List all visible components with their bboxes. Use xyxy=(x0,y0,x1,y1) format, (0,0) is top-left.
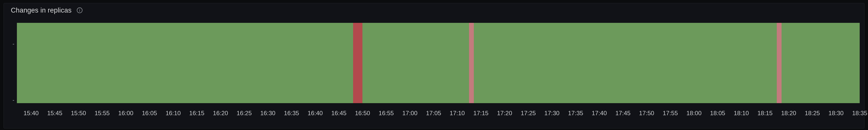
plot-wrap xyxy=(17,23,860,103)
state-segment-bad xyxy=(353,23,363,103)
info-circle-icon[interactable] xyxy=(76,7,83,14)
x-axis-tick: 17:30 xyxy=(545,110,559,117)
state-segment-warn xyxy=(469,23,474,103)
x-axis-tick: 17:55 xyxy=(663,110,678,117)
x-axis-tick: 18:10 xyxy=(734,110,749,117)
state-timeline-plot[interactable] xyxy=(17,23,860,103)
x-axis-tick: 15:55 xyxy=(94,110,110,117)
panel-title: Changes in replicas xyxy=(11,6,71,14)
x-axis-tick: 16:55 xyxy=(378,110,394,117)
x-axis-tick: 16:15 xyxy=(189,110,205,117)
x-axis-tick: 15:45 xyxy=(47,110,62,117)
x-axis-tick: 18:30 xyxy=(829,110,843,117)
x-axis-tick: 16:25 xyxy=(237,110,252,117)
x-axis-tick: 16:00 xyxy=(118,110,133,117)
svg-point-1 xyxy=(80,9,80,9)
x-axis-tick: 18:35 xyxy=(852,110,867,117)
x-axis-tick: 16:30 xyxy=(260,110,276,117)
x-axis-tick: 15:40 xyxy=(24,110,38,117)
x-axis-tick: 17:45 xyxy=(616,110,630,117)
y-axis-tick: - xyxy=(7,97,14,103)
state-segment-ok xyxy=(781,23,860,103)
state-segment-ok xyxy=(17,23,353,103)
state-segment-warn xyxy=(777,23,781,103)
x-axis-tick: 16:20 xyxy=(213,110,228,117)
x-axis-tick: 18:15 xyxy=(757,110,773,117)
x-axis-tick: 16:05 xyxy=(142,110,157,117)
y-axis-tick: - xyxy=(7,41,14,47)
x-axis-tick: 17:15 xyxy=(473,110,489,117)
x-axis-tick: 16:35 xyxy=(284,110,299,117)
x-axis-tick: 17:35 xyxy=(568,110,583,117)
x-axis-tick: 16:45 xyxy=(331,110,346,117)
x-axis-tick: 17:05 xyxy=(426,110,441,117)
x-axis-tick: 18:05 xyxy=(710,110,725,117)
x-axis-tick: 16:50 xyxy=(355,110,370,117)
x-axis-tick: 17:40 xyxy=(592,110,607,117)
panel-body: -- 15:4015:4515:5015:5516:0016:0516:1016… xyxy=(4,16,864,128)
x-axis-tick: 18:25 xyxy=(805,110,820,117)
x-axis-tick: 17:00 xyxy=(402,110,417,117)
y-axis: -- xyxy=(7,16,14,128)
x-axis-tick: 17:20 xyxy=(497,110,512,117)
x-axis: 15:4015:4515:5015:5516:0016:0516:1016:15… xyxy=(17,108,860,123)
state-segment-ok xyxy=(474,23,777,103)
x-axis-tick: 15:50 xyxy=(71,110,86,117)
x-axis-tick: 17:10 xyxy=(450,110,465,117)
panel-changes-in-replicas: Changes in replicas -- 15:4015:4515:5015… xyxy=(3,3,865,129)
state-segment-ok xyxy=(363,23,469,103)
x-axis-tick: 16:10 xyxy=(165,110,181,117)
x-axis-tick: 17:50 xyxy=(639,110,654,117)
x-axis-tick: 17:25 xyxy=(521,110,536,117)
x-axis-tick: 18:00 xyxy=(686,110,702,117)
x-axis-tick: 18:20 xyxy=(781,110,796,117)
panel-header[interactable]: Changes in replicas xyxy=(4,3,864,16)
x-axis-tick: 16:40 xyxy=(308,110,323,117)
